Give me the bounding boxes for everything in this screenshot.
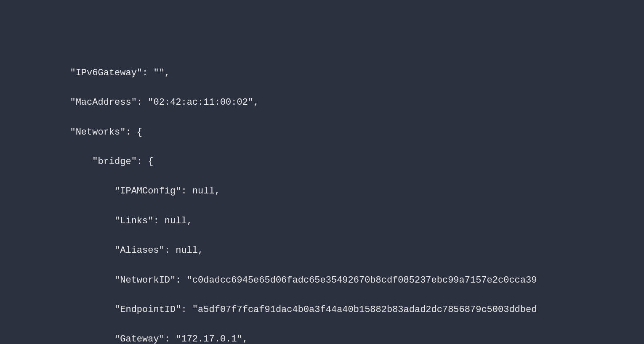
output-line: "bridge": {	[3, 154, 641, 169]
output-line: "MacAddress": "02:42:ac:11:00:02",	[3, 95, 641, 110]
terminal-output[interactable]: "IPv6Gateway": "", "MacAddress": "02:42:…	[0, 59, 644, 344]
output-line: "Aliases": null,	[3, 243, 641, 258]
output-line: "IPAMConfig": null,	[3, 184, 641, 198]
output-line: "IPv6Gateway": "",	[3, 66, 641, 80]
output-line: "Links": null,	[3, 214, 641, 228]
output-line: "Networks": {	[3, 125, 641, 140]
output-line: "Gateway": "172.17.0.1",	[3, 332, 641, 344]
output-line: "EndpointID": "a5df07f7fcaf91dac4b0a3f44…	[3, 302, 641, 317]
output-line: "NetworkID": "c0dadcc6945e65d06fadc65e35…	[3, 273, 641, 288]
